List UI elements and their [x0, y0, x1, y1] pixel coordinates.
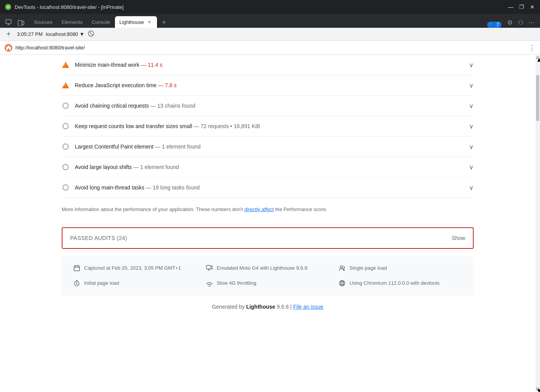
passed-audits-section[interactable]: PASSED AUDITS (24) Show	[62, 227, 474, 249]
file-issue-link[interactable]: File an issue	[293, 304, 324, 310]
svg-rect-14	[206, 265, 211, 269]
info-icon	[62, 122, 69, 130]
lighthouse-brand: Lighthouse	[246, 304, 275, 310]
users-icon	[339, 265, 346, 273]
url-more-button[interactable]: ⋮	[528, 44, 535, 52]
warning-icon	[62, 81, 69, 89]
dropdown-icon[interactable]: ▼	[79, 31, 84, 37]
share-button[interactable]: ⚇	[515, 17, 526, 28]
audit-label: Reduce JavaScript execution time — 7.8 s	[75, 82, 469, 88]
monitor-icon	[206, 265, 213, 273]
audit-item-layout-shifts[interactable]: Avoid large layout shifts — 1 element fo…	[62, 157, 474, 177]
url-short: localhost:8080 ▼	[46, 31, 84, 37]
chevron-down-icon: ∨	[469, 184, 474, 191]
passed-audits-label: PASSED AUDITS (24)	[70, 235, 127, 241]
restore-button[interactable]: ❐	[518, 4, 525, 10]
emulated-device-item: Emulated Moto G4 with Lighthouse 9.6.8	[206, 264, 329, 273]
window-title: DevTools - localhost:8080/travel-site/ -…	[15, 4, 508, 10]
single-page-load-text: Single page load	[349, 264, 387, 272]
close-button[interactable]: ✕	[529, 4, 535, 10]
scrollbar-thumb[interactable]	[536, 75, 539, 121]
svg-point-22	[209, 286, 210, 287]
audit-label: Keep request counts low and transfer siz…	[75, 123, 469, 129]
initial-page-load-text: Initial page load	[84, 279, 119, 287]
audit-results: Minimize main-thread work — 11.4 s ∨ Red…	[0, 55, 535, 392]
info-icon	[62, 184, 69, 191]
audit-item-minimize-main-thread[interactable]: Minimize main-thread work — 11.4 s ∨	[62, 55, 474, 75]
generated-by-section: Generated by Lighthouse 9.6.8 | File an …	[62, 296, 474, 318]
timer-icon	[73, 280, 80, 288]
site-icon	[5, 44, 12, 52]
notification-badge[interactable]: 🔵 7	[487, 22, 501, 28]
audit-label: Avoid long main-thread tasks — 19 long t…	[75, 184, 469, 191]
tab-bar: Sources Elements Console Lighthouse ✕ + …	[0, 14, 540, 28]
audit-item-request-counts[interactable]: Keep request counts low and transfer siz…	[62, 116, 474, 137]
svg-point-24	[341, 280, 343, 286]
emulated-device-text: Emulated Moto G4 with Lighthouse 9.6.8	[217, 264, 307, 272]
chromium-text: Using Chromium 112.0.0.0 with devtools	[349, 279, 439, 287]
audit-label: Minimize main-thread work — 11.4 s	[75, 62, 469, 68]
chevron-down-icon: ∨	[469, 143, 474, 150]
audit-list: Minimize main-thread work — 11.4 s ∨ Red…	[62, 55, 474, 198]
chevron-down-icon: ∨	[469, 82, 474, 89]
svg-rect-3	[6, 20, 11, 24]
calendar-icon	[73, 265, 80, 273]
title-bar: DevTools - localhost:8080/travel-site/ -…	[0, 0, 540, 14]
svg-rect-7	[22, 21, 24, 25]
tab-close-button[interactable]: ✕	[146, 19, 152, 25]
audit-item-long-tasks[interactable]: Avoid long main-thread tasks — 19 long t…	[62, 177, 474, 198]
stop-icon[interactable]	[88, 30, 94, 39]
scrollbar[interactable]: ▲ ▼	[535, 55, 540, 392]
timestamp: 3:05:27 PM	[17, 31, 43, 37]
audit-metric: — 7.8 s	[158, 82, 177, 88]
svg-point-2	[7, 6, 9, 8]
chevron-down-icon: ∨	[469, 61, 474, 69]
more-button[interactable]: ⋯	[526, 17, 537, 28]
scroll-up-arrow[interactable]: ▲	[536, 56, 539, 59]
passed-audits-show-button[interactable]: Show	[452, 235, 465, 241]
audit-item-lcp-element[interactable]: Largest Contentful Paint element — 1 ele…	[62, 137, 474, 157]
audit-label: Avoid large layout shifts — 1 element fo…	[75, 164, 469, 170]
url-bar: http://localhost:8080/travel-site/ ⋮	[0, 41, 540, 55]
initial-page-load-item: Initial page load	[73, 279, 197, 288]
audit-item-avoid-chaining[interactable]: Avoid chaining critical requests — 13 ch…	[62, 96, 474, 116]
directly-affect-link[interactable]: directly affect	[244, 206, 273, 212]
url-display: http://localhost:8080/travel-site/	[15, 45, 525, 51]
add-tab-button[interactable]: +	[159, 17, 169, 28]
info-paragraph: More information about the performance o…	[62, 198, 474, 221]
throttling-item: Slow 4G throttling	[206, 279, 329, 288]
tab-console-label: Console	[92, 19, 110, 25]
audit-metric: — 72 requests • 16,891 KiB	[194, 123, 260, 129]
audit-metric: — 1 element found	[133, 164, 179, 170]
tab-lighthouse[interactable]: Lighthouse ✕	[115, 16, 157, 28]
audit-metric: — 11.4 s	[141, 62, 162, 68]
badge-icon: 🔵	[489, 22, 495, 27]
audit-metadata-card: Captured at Feb 20, 2023, 3:05 PM GMT+1 …	[62, 257, 474, 296]
scroll-down-arrow[interactable]: ▼	[536, 387, 539, 390]
single-page-load-item: Single page load	[339, 264, 462, 273]
tab-lighthouse-label: Lighthouse	[120, 19, 144, 25]
tab-sources[interactable]: Sources	[29, 16, 57, 28]
svg-rect-15	[211, 266, 213, 269]
tab-elements[interactable]: Elements	[57, 16, 87, 28]
minimize-button[interactable]: —	[508, 4, 514, 10]
devtools-address-bar: + 3:05:27 PM localhost:8080 ▼	[0, 28, 540, 41]
tab-elements-label: Elements	[62, 19, 83, 25]
info-icon	[62, 163, 69, 171]
tab-sources-label: Sources	[34, 19, 52, 25]
chevron-down-icon: ∨	[469, 164, 474, 171]
throttling-text: Slow 4G throttling	[217, 279, 256, 287]
tab-console[interactable]: Console	[87, 16, 115, 28]
inspector-toggle[interactable]	[3, 17, 14, 28]
add-panel-button[interactable]: +	[3, 29, 14, 40]
chevron-down-icon: ∨	[469, 102, 474, 110]
audit-item-reduce-js[interactable]: Reduce JavaScript execution time — 7.8 s…	[62, 75, 474, 96]
svg-line-9	[89, 32, 93, 35]
settings-button[interactable]: ⚙	[505, 17, 515, 28]
captured-at-item: Captured at Feb 20, 2023, 3:05 PM GMT+1	[73, 264, 197, 273]
captured-at-text: Captured at Feb 20, 2023, 3:05 PM GMT+1	[84, 264, 181, 272]
audit-metric: — 19 long tasks found	[146, 184, 199, 191]
svg-point-18	[340, 266, 343, 268]
device-toggle[interactable]	[15, 17, 26, 28]
svg-rect-10	[74, 266, 79, 271]
